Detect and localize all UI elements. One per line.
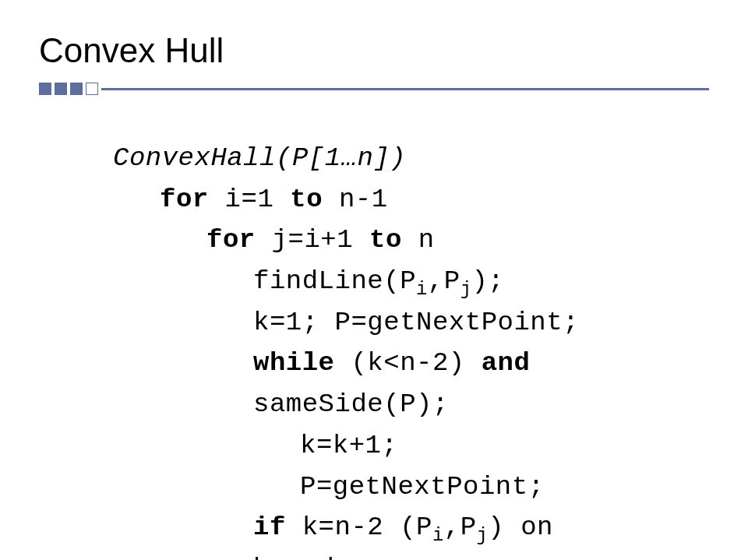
code-text: i=1 — [209, 185, 291, 214]
code-text: (k<n-2) — [335, 348, 482, 378]
code-text: k=1; P=getNextPoint; — [253, 308, 579, 337]
pseudocode-block: ConvexHall(P[1…n]) for i=1 to n-1 for j=… — [39, 95, 709, 560]
code-text: sameSide(P); — [253, 389, 449, 419]
keyword-for: for — [160, 185, 209, 214]
subscript: j — [477, 525, 489, 546]
square-filled-icon — [70, 83, 83, 95]
square-filled-icon — [55, 83, 67, 95]
code-line: P=getNextPoint; — [113, 467, 709, 508]
code-line: while (k<n-2) and sameSide(P); — [113, 343, 709, 424]
subscript: i — [432, 525, 444, 546]
title-underline — [39, 83, 709, 95]
code-line: for j=i+1 to n — [113, 220, 709, 261]
code-text: P=getNextPoint; — [300, 472, 545, 502]
code-text: j=i+1 — [256, 225, 369, 255]
keyword-if: if — [253, 512, 286, 542]
code-line: findLine(Pi,Pj); — [113, 261, 709, 302]
code-line: ConvexHall(P[1…n]) — [113, 138, 709, 179]
code-line: for i=1 to n-1 — [113, 179, 709, 220]
code-text: n-1 — [323, 185, 388, 214]
square-bullets — [39, 83, 98, 95]
horizontal-rule — [101, 88, 709, 90]
square-filled-icon — [39, 83, 51, 95]
square-outline-icon — [86, 83, 98, 95]
code-text: ); — [471, 266, 504, 296]
code-text: k=k+1; — [300, 431, 397, 460]
slide-title: Convex Hull — [39, 31, 709, 78]
keyword-while: while — [253, 348, 335, 378]
code-line: if k=n-2 (Pi,Pj) on boundary; — [113, 507, 709, 560]
code-text: k=n-2 (P — [286, 512, 432, 542]
subscript: j — [460, 279, 472, 300]
code-text: n — [402, 225, 435, 255]
slide-header: Convex Hull — [39, 31, 709, 95]
subscript: i — [416, 279, 428, 300]
fn-name: ConvexHall(P[1…n]) — [113, 143, 406, 173]
code-text: ,P — [444, 512, 477, 542]
code-line: k=1; P=getNextPoint; — [113, 302, 709, 343]
code-line: k=k+1; — [113, 425, 709, 467]
keyword-to: to — [369, 225, 402, 255]
keyword-for: for — [206, 225, 256, 255]
slide: Convex Hull ConvexHall(P[1…n]) for i=1 t… — [0, 0, 748, 560]
code-text: ,P — [428, 266, 460, 296]
keyword-to: to — [290, 185, 323, 214]
keyword-and: and — [482, 348, 531, 378]
code-text: findLine(P — [253, 266, 416, 296]
